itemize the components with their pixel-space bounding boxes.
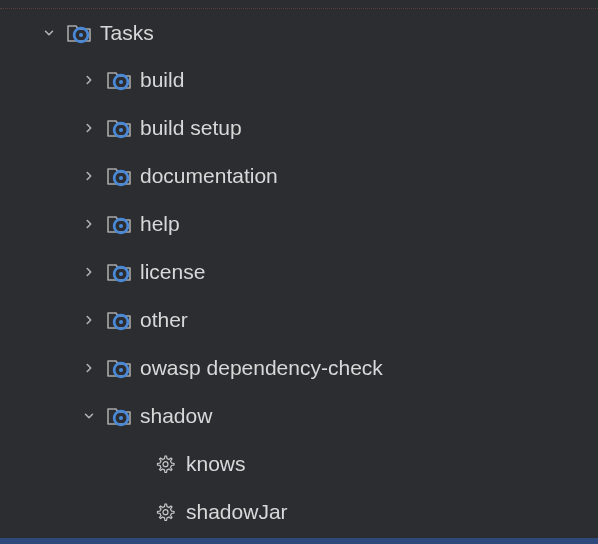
chevron-right-icon	[80, 263, 98, 281]
tree-label: owasp dependency-check	[140, 356, 383, 380]
tree-label: shadow	[140, 404, 212, 428]
svg-point-7	[119, 176, 123, 180]
folder-config-icon	[106, 165, 132, 187]
gear-icon	[154, 501, 176, 523]
folder-config-icon	[106, 213, 132, 235]
folder-config-icon	[106, 117, 132, 139]
tree-node-owasp[interactable]: owasp dependency-check	[0, 344, 598, 392]
svg-point-1	[79, 32, 83, 36]
task-tree: Tasks build build setup documentation	[0, 8, 598, 536]
svg-point-3	[119, 80, 123, 84]
tree-node-documentation[interactable]: documentation	[0, 152, 598, 200]
tree-label: other	[140, 308, 188, 332]
tree-task-shadowjar[interactable]: shadowJar	[0, 488, 598, 536]
svg-point-19	[163, 510, 168, 515]
tree-label: shadowJar	[186, 500, 288, 524]
tree-node-help[interactable]: help	[0, 200, 598, 248]
status-bar	[0, 538, 598, 544]
svg-point-18	[163, 462, 168, 467]
folder-config-icon	[106, 69, 132, 91]
tree-label: license	[140, 260, 205, 284]
folder-config-icon	[106, 405, 132, 427]
folder-config-icon	[106, 309, 132, 331]
chevron-right-icon	[80, 311, 98, 329]
tree-label: knows	[186, 452, 246, 476]
tree-label: build setup	[140, 116, 242, 140]
chevron-down-icon	[40, 24, 58, 42]
folder-config-icon	[106, 261, 132, 283]
chevron-right-icon	[80, 167, 98, 185]
svg-point-17	[119, 416, 123, 420]
tree-label: documentation	[140, 164, 278, 188]
chevron-right-icon	[80, 215, 98, 233]
tree-node-tasks[interactable]: Tasks	[0, 8, 598, 56]
tree-node-other[interactable]: other	[0, 296, 598, 344]
tree-node-license[interactable]: license	[0, 248, 598, 296]
chevron-down-icon	[80, 407, 98, 425]
svg-point-15	[119, 368, 123, 372]
tree-task-knows[interactable]: knows	[0, 440, 598, 488]
chevron-right-icon	[80, 71, 98, 89]
tree-label: help	[140, 212, 180, 236]
svg-point-11	[119, 272, 123, 276]
tree-label: Tasks	[100, 21, 154, 45]
gear-icon	[154, 453, 176, 475]
svg-point-13	[119, 320, 123, 324]
chevron-right-icon	[80, 359, 98, 377]
tree-node-build-setup[interactable]: build setup	[0, 104, 598, 152]
svg-point-9	[119, 224, 123, 228]
tree-node-shadow[interactable]: shadow	[0, 392, 598, 440]
chevron-right-icon	[80, 119, 98, 137]
tree-label: build	[140, 68, 184, 92]
folder-config-icon	[66, 22, 92, 44]
folder-config-icon	[106, 357, 132, 379]
tree-node-build[interactable]: build	[0, 56, 598, 104]
svg-point-5	[119, 128, 123, 132]
